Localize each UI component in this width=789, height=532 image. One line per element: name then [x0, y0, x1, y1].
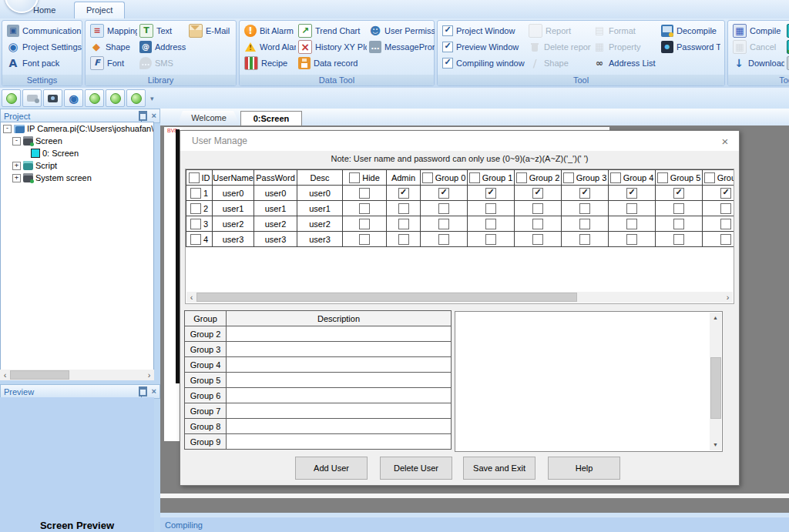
scroll-left-icon[interactable]: ‹ — [0, 371, 10, 380]
row1-hide-checkbox[interactable] — [359, 203, 370, 214]
dialog-close-icon[interactable]: × — [717, 136, 733, 147]
tree-expander-icon[interactable]: + — [12, 162, 21, 170]
row1-select-checkbox[interactable] — [190, 203, 201, 214]
row3-g5-checkbox[interactable] — [673, 234, 684, 245]
cell-username[interactable]: user0 — [212, 185, 254, 201]
header-hide-checkbox[interactable] — [349, 172, 360, 183]
qa-button-4[interactable] — [64, 89, 83, 107]
cell-username[interactable]: user3 — [212, 231, 254, 247]
tree-item-screen[interactable]: -Screen — [1, 135, 153, 147]
checkbox-icon[interactable] — [442, 58, 453, 69]
scroll-right-icon[interactable]: › — [723, 293, 733, 302]
row2-g3-checkbox[interactable] — [579, 219, 590, 229]
save-and-exit-button[interactable]: Save and Exit — [463, 457, 536, 480]
cell-g2[interactable] — [514, 216, 562, 232]
cell-g0[interactable] — [420, 231, 468, 247]
qa-button-6[interactable] — [106, 89, 125, 107]
compile-button[interactable]: Compile — [730, 22, 784, 38]
row1-g0-checkbox[interactable] — [438, 203, 449, 214]
row3-admin-checkbox[interactable] — [398, 234, 409, 245]
history-xy-plot-button[interactable]: History XY Plot — [296, 38, 367, 55]
bit-alarm-button[interactable]: Bit Alarm — [242, 22, 296, 38]
scrollbar-thumb[interactable] — [710, 357, 721, 419]
cell-g1[interactable] — [467, 185, 515, 201]
cell-id[interactable]: 3 — [186, 216, 213, 232]
header-g0-checkbox[interactable] — [422, 172, 433, 183]
row1-g6-checkbox[interactable] — [720, 203, 731, 214]
add-user-button[interactable]: Add User — [295, 457, 368, 480]
row3-select-checkbox[interactable] — [190, 234, 201, 245]
cell-g5[interactable] — [655, 200, 703, 216]
decompile-button[interactable]: Decompile — [659, 22, 720, 38]
cell-desc[interactable]: user3 — [297, 231, 343, 247]
cell-g0[interactable] — [420, 185, 468, 201]
cell-username[interactable]: user2 — [212, 216, 254, 232]
row2-g2-checkbox[interactable] — [532, 219, 543, 229]
scroll-right-icon[interactable]: › — [144, 371, 154, 380]
cell-g4[interactable] — [608, 231, 656, 247]
qa-button-2[interactable] — [22, 89, 42, 107]
cell-g6[interactable] — [702, 216, 734, 232]
cell-g3[interactable] — [561, 231, 609, 247]
cell-g6[interactable] — [702, 200, 734, 216]
qa-button-3[interactable] — [43, 89, 62, 107]
message-prompt-button[interactable]: MessagePrompt — [367, 38, 435, 55]
header-id-checkbox[interactable] — [189, 172, 200, 183]
cell-password[interactable]: user3 — [253, 231, 297, 247]
row3-g0-checkbox[interactable] — [438, 234, 449, 245]
cell-password[interactable]: user1 — [253, 200, 297, 216]
pin-icon[interactable] — [139, 386, 147, 396]
row2-admin-checkbox[interactable] — [398, 219, 409, 229]
group-description-cell[interactable] — [226, 341, 452, 357]
row0-select-checkbox[interactable] — [190, 188, 201, 199]
cell-g5[interactable] — [655, 216, 703, 232]
row3-g6-checkbox[interactable] — [720, 234, 731, 245]
cell-admin[interactable] — [386, 216, 421, 232]
user-permission-button[interactable]: User Permission — [367, 22, 435, 38]
cell-g3[interactable] — [561, 185, 609, 201]
cell-g6[interactable] — [702, 185, 734, 201]
cell-g2[interactable] — [514, 231, 562, 247]
scroll-up-icon[interactable]: ▲ — [710, 313, 721, 323]
tree-expander-icon[interactable]: - — [3, 125, 12, 133]
group-description-cell[interactable] — [226, 403, 452, 419]
cell-g4[interactable] — [608, 200, 656, 216]
cell-g0[interactable] — [420, 216, 468, 232]
cell-g1[interactable] — [467, 200, 515, 216]
shape-button[interactable]: Shape — [88, 38, 137, 55]
scrollbar-thumb[interactable] — [196, 293, 577, 302]
row1-admin-checkbox[interactable] — [398, 203, 409, 214]
row2-g4-checkbox[interactable] — [626, 219, 637, 229]
address-list-button[interactable]: Address List — [591, 55, 659, 71]
group-description-cell[interactable] — [226, 326, 452, 342]
email-button[interactable]: E-Mail — [186, 22, 231, 38]
toolbar-overflow-icon[interactable]: ▾ — [150, 95, 154, 102]
row0-g6-checkbox[interactable] — [720, 188, 731, 199]
recipe-button[interactable]: Recipe — [242, 55, 296, 71]
row0-hide-checkbox[interactable] — [359, 188, 370, 199]
row3-hide-checkbox[interactable] — [359, 234, 370, 245]
cell-hide[interactable] — [342, 185, 387, 201]
row0-g1-checkbox[interactable] — [485, 188, 496, 199]
tree-item-system-screen[interactable]: +System screen — [1, 172, 153, 184]
cell-admin[interactable] — [386, 231, 421, 247]
tree-item-script[interactable]: +Script — [1, 159, 153, 172]
checkbox-icon[interactable] — [442, 25, 453, 36]
row2-g1-checkbox[interactable] — [485, 219, 496, 229]
delete-user-button[interactable]: Delete User — [380, 457, 452, 480]
simulate-offline-button[interactable] — [784, 22, 789, 38]
group-description-cell[interactable] — [226, 372, 452, 388]
tree-item-0-screen[interactable]: 0: Screen — [1, 147, 153, 159]
mapping-button[interactable]: Mapping — [88, 22, 137, 38]
cell-g3[interactable] — [561, 200, 609, 216]
row1-g2-checkbox[interactable] — [532, 203, 543, 214]
row3-g2-checkbox[interactable] — [532, 234, 543, 245]
preview-window-checkbox[interactable]: Preview Window — [440, 38, 526, 55]
cell-g1[interactable] — [467, 231, 515, 247]
scroll-left-icon[interactable]: ‹ — [186, 293, 196, 302]
row2-select-checkbox[interactable] — [190, 219, 201, 229]
cell-desc[interactable]: user1 — [297, 200, 343, 216]
cell-id[interactable]: 4 — [186, 231, 213, 247]
header-g1-checkbox[interactable] — [469, 172, 480, 183]
cell-g0[interactable] — [420, 200, 468, 216]
